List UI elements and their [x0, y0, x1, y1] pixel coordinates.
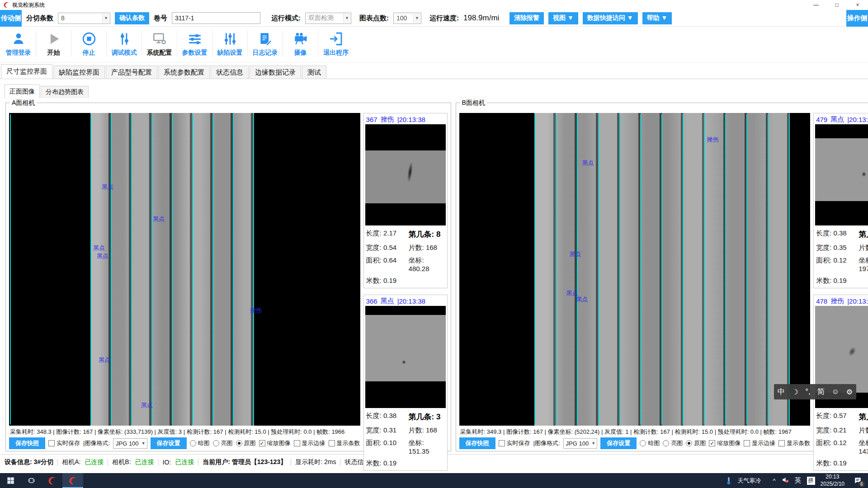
- param-settings-button[interactable]: 参数设置: [177, 30, 212, 57]
- drive-side-button[interactable]: 传动侧: [0, 10, 22, 27]
- bright-image-radio[interactable]: 亮图: [663, 439, 683, 447]
- clear-alarm-button[interactable]: 清除报警: [509, 12, 544, 24]
- quick-data-menu-button[interactable]: 数据快捷访问 ▼: [583, 12, 638, 24]
- chevron-down-icon: ▼: [343, 14, 350, 23]
- tab-test[interactable]: 测试: [302, 66, 326, 79]
- camera-a-image: 黑点 黑点 黑点 黑点 挫伤 黑点 黑点: [9, 113, 360, 426]
- stop-button[interactable]: 停止: [71, 30, 107, 57]
- task-view-button[interactable]: [21, 473, 42, 488]
- defect-card[interactable]: 367 挫伤 |20:13:38 长度: 2.17第几条: 8 宽度: 0.54…: [363, 113, 448, 288]
- defect-label: 黑点: [93, 244, 105, 252]
- defect-thumbnail[interactable]: [365, 124, 446, 225]
- punctuation-toggle[interactable]: °,: [806, 388, 811, 396]
- chart-points-dropdown[interactable]: 100 ▼: [393, 13, 421, 24]
- checkbox-checked-icon: ✓: [709, 440, 715, 446]
- simplified-toggle[interactable]: 简: [817, 387, 825, 397]
- tab-edge-data[interactable]: 边缘数据记录: [250, 66, 301, 79]
- ime-badge[interactable]: 拼: [807, 477, 815, 485]
- device-info: 设备信息: 3#分切: [5, 458, 53, 466]
- maximize-button[interactable]: □: [826, 0, 847, 10]
- camera-b-image: 挫伤 黑点 黑点 黑点 黑点: [459, 113, 811, 426]
- weather-widget[interactable]: 天气寒冷: [738, 477, 761, 485]
- hidden-icons-chevron[interactable]: ^: [773, 477, 776, 484]
- language-indicator[interactable]: 英: [795, 476, 802, 485]
- save-snapshot-button[interactable]: 保存快照: [9, 437, 45, 449]
- capture-button[interactable]: 摄像: [283, 30, 318, 57]
- realtime-save-checkbox[interactable]: 实时保存: [48, 439, 80, 447]
- slit-count-dropdown[interactable]: 8 ▼: [58, 13, 110, 24]
- save-settings-button[interactable]: 保存设置: [151, 437, 187, 449]
- admin-login-button[interactable]: 管理登录: [1, 30, 36, 57]
- save-settings-button[interactable]: 保存设置: [600, 437, 637, 449]
- show-count-checkbox[interactable]: 显示条数: [778, 439, 810, 447]
- defect-card-header: 479 黑点 |20:13:38: [815, 114, 868, 124]
- emoji-button[interactable]: ☺: [832, 388, 839, 396]
- tab-defect-monitor[interactable]: 缺陷监控界面: [53, 66, 105, 79]
- camera-b-controls: 保存快照 实时保存 |图像格式: JPG 100▼ 保存设置 暗图 亮图 原图 …: [459, 436, 811, 449]
- show-edge-checkbox[interactable]: 显示边缘: [744, 439, 775, 447]
- operate-side-button[interactable]: 操作侧: [846, 10, 868, 27]
- zoom-image-checkbox[interactable]: ✓缩放图像: [259, 439, 291, 447]
- panel-a-title: A面相机: [10, 99, 37, 107]
- defect-card-header: 366 黑点 |20:13:38: [365, 296, 446, 306]
- tab-system-params[interactable]: 系统参数配置: [158, 66, 210, 79]
- help-menu-button[interactable]: 帮助 ▼: [642, 12, 672, 24]
- start-button[interactable]: [0, 473, 21, 488]
- subtab-trend-chart[interactable]: 分布趋势图表: [41, 86, 89, 98]
- notification-center-button[interactable]: 6: [850, 473, 865, 488]
- defect-details: 长度: 2.17第几条: 8 宽度: 0.54片数: 168 面积: 0.64坐…: [365, 225, 446, 286]
- tab-status-info[interactable]: 状态信息: [211, 66, 249, 79]
- original-image-radio[interactable]: 原图: [686, 439, 706, 447]
- defect-card[interactable]: 478 挫伤 |20:13:38 长度: 0.57第几条: 3 宽度: 0.21…: [813, 295, 868, 471]
- sliders-horizontal-icon: [187, 31, 203, 47]
- defect-label: 黑点: [582, 159, 594, 167]
- chevron-down-icon: ▼: [142, 441, 146, 446]
- play-icon: [46, 31, 61, 47]
- moon-icon[interactable]: ☽: [792, 388, 798, 396]
- exit-program-button[interactable]: 退出程序: [318, 30, 354, 57]
- run-mode-dropdown[interactable]: 双面检测 ▼: [305, 13, 351, 24]
- speaker-muted-icon[interactable]: [781, 476, 789, 486]
- clock[interactable]: 20:13 2025/2/10: [821, 474, 844, 488]
- dark-image-radio[interactable]: 暗图: [640, 439, 660, 447]
- system-config-button[interactable]: 系统配置: [142, 30, 177, 57]
- view-menu-button[interactable]: 视图 ▼: [548, 12, 578, 24]
- subtab-front-image[interactable]: 正面图像: [5, 84, 40, 98]
- camera-b-status-line: 采集耗时: 349.3 | 图像计数: 167 | 像素坐标: (5202,24…: [459, 426, 811, 436]
- show-edge-checkbox[interactable]: 显示边缘: [294, 439, 326, 447]
- defect-label: 黑点: [97, 252, 108, 260]
- defect-label: 黑点: [570, 250, 581, 258]
- original-image-radio[interactable]: 原图: [236, 439, 256, 447]
- defect-card[interactable]: 366 黑点 |20:13:38 长度: 0.38第几条: 3 宽度: 0.31…: [363, 295, 448, 471]
- tab-size-monitor[interactable]: 尺寸监控界面: [1, 64, 52, 79]
- current-user: 当前用户: 管理员【123-123】: [203, 458, 287, 466]
- log-record-button[interactable]: 日志记录: [248, 30, 283, 57]
- strip-edge-line: [619, 114, 620, 424]
- dark-image-radio[interactable]: 暗图: [190, 439, 210, 447]
- checkbox-icon: [294, 440, 300, 446]
- tab-product-model[interactable]: 产品型号配置: [106, 66, 157, 79]
- minimize-button[interactable]: —: [806, 0, 826, 10]
- confirm-count-button[interactable]: 确认条数: [115, 12, 149, 24]
- defect-thumbnail[interactable]: [365, 306, 446, 408]
- image-format-dropdown[interactable]: JPG 100▼: [563, 438, 598, 449]
- monitor-gear-icon: [152, 31, 167, 47]
- debug-mode-button[interactable]: 调试模式: [107, 30, 142, 57]
- realtime-save-checkbox[interactable]: 实时保存: [499, 439, 530, 447]
- pinned-app-button[interactable]: [42, 473, 62, 488]
- zoom-image-checkbox[interactable]: ✓缩放图像: [709, 439, 741, 447]
- ime-settings-gear-icon[interactable]: ⚙: [846, 388, 853, 396]
- save-snapshot-button[interactable]: 保存快照: [459, 437, 495, 449]
- roll-number-input[interactable]: [172, 12, 260, 24]
- defect-thumbnail[interactable]: [815, 124, 868, 225]
- image-format-dropdown[interactable]: JPG 100▼: [113, 438, 147, 449]
- running-app-button[interactable]: [62, 473, 83, 488]
- checkbox-icon: [499, 440, 505, 446]
- show-count-checkbox[interactable]: 显示条数: [329, 439, 360, 447]
- bright-image-radio[interactable]: 亮图: [213, 439, 233, 447]
- defect-settings-button[interactable]: 缺陷设置: [212, 30, 248, 57]
- ime-mode-button[interactable]: 中: [778, 387, 785, 397]
- defect-card[interactable]: 479 黑点 |20:13:38 长度: 0.38第几条: 4 宽度: 0.35…: [813, 113, 868, 288]
- start-button[interactable]: 开始: [36, 30, 71, 57]
- close-button[interactable]: ×: [847, 0, 868, 10]
